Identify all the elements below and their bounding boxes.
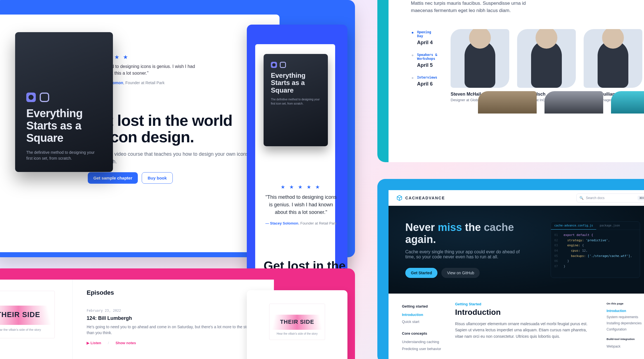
- podcast-logo-small: THEIR SIDE Hear the villain's side of th…: [269, 304, 325, 340]
- listen-button[interactable]: ▶ Listen: [87, 341, 101, 345]
- podcast-tagline: Hear the villain's side of the story: [0, 328, 41, 331]
- cube-icon: [396, 195, 402, 201]
- speakers-desc: Mattis nec turpis mauris faucibus. Suspe…: [411, 0, 528, 14]
- book-icons-small: [271, 62, 321, 68]
- testimonial-mobile: ★ ★ ★ ★ ★ "This method to designing icon…: [264, 184, 338, 225]
- schedule-date: April 4: [417, 40, 437, 46]
- search-shortcut: ⌘K: [638, 196, 644, 200]
- speaker-grid-row2: [478, 91, 644, 114]
- nav-link[interactable]: Quick start: [402, 318, 442, 325]
- episode-list: Episodes February 23, 2022 124: Bill Lum…: [73, 280, 274, 359]
- book-title-small: Everything Starts as a Square: [271, 72, 321, 94]
- doc-eyebrow: Getting Started: [455, 302, 595, 306]
- author-role: , Founder at Retail Park: [298, 221, 337, 225]
- speakers-sheet: Speakers Mattis nec turpis mauris faucib…: [389, 0, 644, 162]
- podcast-mobile-panel: THEIR SIDE Hear the villain's side of th…: [247, 290, 347, 359]
- podcast-sheet: THEIR SIDE Hear the villain's side of th…: [0, 280, 274, 359]
- podcast-brand: THEIR SIDE: [280, 319, 314, 325]
- search-input[interactable]: 🔍 Search docs ⌘K: [576, 193, 644, 202]
- nav-group: Getting started: [402, 304, 442, 308]
- podcast-brand: THEIR SIDE: [0, 310, 40, 319]
- testimonial-attribution: — Stacey Solomon, Founder at Retail Park: [264, 221, 338, 225]
- episode-desc: He's going to need you to go ahead and c…: [87, 324, 260, 336]
- docs-body: Getting started Introduction Quick start…: [389, 294, 644, 352]
- brand-name: CACHEADVANCE: [405, 196, 445, 200]
- podcast-logo: THEIR SIDE Hear the villain's side of th…: [0, 291, 55, 338]
- book-title: Everything Starts as a Square: [26, 107, 102, 144]
- toc: On this page Introduction System require…: [607, 302, 644, 352]
- toc-link[interactable]: Configuration: [607, 326, 644, 332]
- schedule-date: April 6: [417, 81, 437, 87]
- book-subtitle: The definitive method to designing your …: [26, 150, 99, 161]
- episode-title[interactable]: 124: Bill Lumbergh: [87, 315, 260, 321]
- side-nav: Getting started Introduction Quick start…: [389, 302, 447, 352]
- rounded-square-icon: [40, 93, 49, 102]
- speaker-photo: [451, 29, 509, 88]
- schedule-label: Interviews: [417, 75, 437, 79]
- search-icon: 🔍: [579, 196, 584, 200]
- book-cover-small: Everything Starts as a Square The defini…: [264, 54, 328, 146]
- rounded-square-icon: [280, 62, 286, 68]
- podcast-sidebar: THEIR SIDE Hear the villain's side of th…: [0, 280, 73, 359]
- toc-link[interactable]: Webpack: [607, 343, 644, 349]
- episode-date: February 23, 2022: [87, 309, 260, 313]
- nav-group: Core concepts: [402, 331, 442, 336]
- get-started-button[interactable]: Get Started: [405, 268, 437, 278]
- podcast-tagline: Hear the villain's side of the story: [277, 332, 318, 335]
- book-icons: [26, 93, 102, 102]
- star-icon: ★ ★ ★ ★ ★: [264, 184, 338, 190]
- nav-link[interactable]: Predicting user behavior: [402, 345, 442, 352]
- docs-headline: Never miss the cache again.: [405, 221, 534, 245]
- docs-hero: Never miss the cache again. Cache every …: [389, 206, 644, 294]
- code-body: 01 export default { 02 strategy: 'predic…: [551, 230, 640, 272]
- schedule-item[interactable]: Speakers & Workshops April 5: [411, 52, 437, 74]
- nav-link[interactable]: Understanding caching: [402, 338, 442, 345]
- toc-link[interactable]: Introduction: [607, 308, 644, 314]
- sample-chapter-button[interactable]: Get sample chapter: [88, 172, 138, 184]
- book-cover: Everything Starts as a Square The defini…: [15, 32, 113, 172]
- schedule-label: Opening Day: [417, 30, 437, 38]
- brand-logo[interactable]: CACHEADVANCE: [396, 195, 445, 201]
- circle-in-square-icon: [271, 62, 277, 68]
- doc-title: Introduction: [455, 308, 595, 317]
- doc-content: Getting Started Introduction Risus ullam…: [447, 302, 607, 352]
- show-notes-link[interactable]: Show notes: [116, 341, 136, 345]
- code-tab[interactable]: package.json: [596, 222, 623, 230]
- docs-app: CACHEADVANCE 🔍 Search docs ⌘K Never miss…: [389, 190, 644, 359]
- toc-group: Build-tool integration: [607, 337, 644, 341]
- book-subtitle-small: The definitive method to designing your …: [271, 97, 321, 106]
- code-snippet: cache-advance.config.js package.json 01 …: [551, 221, 640, 278]
- schedule-item[interactable]: Interviews April 6: [411, 74, 437, 93]
- nav-link[interactable]: Introduction: [402, 311, 442, 318]
- speaker-photo: [478, 91, 537, 114]
- topbar: CACHEADVANCE 🔍 Search docs ⌘K: [389, 190, 644, 206]
- author-role: , Founder at Retail Park: [123, 81, 165, 85]
- code-tab[interactable]: cache-advance.config.js: [551, 222, 596, 230]
- testimonial-quote: "This method to designing icons is geniu…: [264, 193, 338, 216]
- toc-link[interactable]: Installing dependencies: [607, 320, 644, 326]
- speaker-photo: [584, 29, 642, 88]
- toc-title: On this page: [607, 302, 644, 305]
- toc-link[interactable]: System requirements: [607, 314, 644, 320]
- episodes-heading: Episodes: [87, 289, 260, 296]
- speaker-photo: [517, 29, 576, 88]
- speakers-panel: Speakers Mattis nec turpis mauris faucib…: [377, 0, 644, 162]
- docs-subtext: Cache every single thing your app could …: [405, 249, 523, 259]
- search-placeholder: Search docs: [586, 196, 605, 200]
- author-name: — Stacey Solomon: [265, 221, 298, 225]
- speaker-photo: [544, 91, 603, 114]
- docs-panel: CACHEADVANCE 🔍 Search docs ⌘K Never miss…: [377, 179, 644, 359]
- schedule-list: Opening Day April 4 Speakers & Workshops…: [411, 29, 437, 102]
- schedule-item[interactable]: Opening Day April 4: [411, 29, 437, 52]
- speaker-photo: [611, 91, 644, 114]
- schedule-date: April 5: [417, 62, 437, 68]
- view-github-button[interactable]: View on GitHub: [441, 268, 480, 278]
- circle-in-square-icon: [26, 93, 36, 102]
- buy-book-button[interactable]: Buy book: [142, 172, 172, 184]
- doc-paragraph: Risus ullamcorper elementum ornare males…: [455, 321, 595, 339]
- schedule-label: Speakers & Workshops: [417, 53, 437, 61]
- episode-item: February 23, 2022 124: Bill Lumbergh He'…: [87, 309, 260, 345]
